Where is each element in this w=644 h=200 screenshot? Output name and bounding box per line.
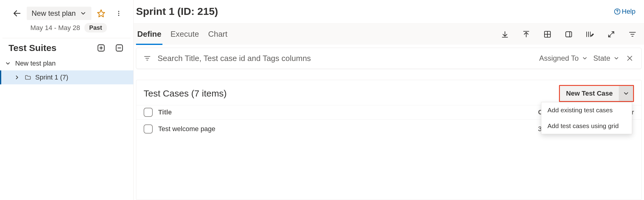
date-range: May 14 - May 28 (30, 24, 80, 32)
import-button[interactable] (520, 28, 532, 40)
column-options-button[interactable] (584, 28, 596, 40)
more-options-button[interactable] (113, 7, 125, 19)
filter-bar: Assigned To State (136, 48, 642, 69)
arrow-left-icon (12, 9, 22, 18)
panel-right-icon (565, 30, 573, 38)
chevron-down-icon (582, 55, 588, 61)
close-icon (626, 55, 633, 62)
svg-point-4 (118, 15, 119, 16)
page-title: Sprint 1 (ID: 215) (136, 5, 218, 17)
pivot-bar: Define Execute Chart (134, 23, 644, 45)
grid-icon (543, 30, 551, 38)
chevron-down-icon (5, 60, 11, 66)
svg-line-24 (612, 32, 614, 34)
columns-edit-icon (585, 30, 595, 38)
download-icon (501, 30, 509, 38)
folder-icon (25, 74, 31, 81)
new-test-case-button[interactable]: New Test Case (560, 86, 619, 101)
main-content: Sprint 1 (ID: 215) Help Define Execute C… (134, 0, 644, 200)
tab-chart[interactable]: Chart (207, 24, 229, 45)
tree-root-row[interactable]: New test plan (0, 56, 133, 70)
past-badge: Past (84, 23, 107, 32)
chevron-down-icon (623, 90, 629, 97)
chevron-down-icon (613, 55, 619, 61)
row-checkbox[interactable] (144, 124, 153, 134)
collapse-suite-button[interactable] (114, 42, 125, 53)
side-panel-button[interactable] (563, 28, 575, 40)
state-filter[interactable]: State (593, 54, 619, 63)
favorite-button[interactable] (95, 7, 107, 19)
column-title[interactable]: Title (158, 108, 533, 116)
chevron-right-icon (14, 74, 20, 80)
filter-icon (629, 30, 636, 38)
help-icon (614, 8, 621, 15)
help-label: Help (622, 8, 635, 15)
svg-line-25 (608, 35, 611, 37)
assigned-to-filter[interactable]: Assigned To (539, 54, 588, 63)
tree-child-row[interactable]: Sprint 1 (7) (0, 70, 133, 84)
svg-point-2 (118, 11, 119, 12)
help-link[interactable]: Help (614, 8, 635, 15)
test-suites-heading: Test Suites (9, 43, 56, 53)
filter-lines-icon (144, 55, 151, 62)
add-square-icon (97, 44, 105, 52)
new-test-case-dropdown[interactable] (619, 86, 633, 101)
svg-point-11 (617, 12, 618, 13)
close-filter-button[interactable] (625, 53, 635, 63)
filter-toggle-button[interactable] (626, 28, 639, 40)
upload-icon (522, 30, 530, 38)
tab-define[interactable]: Define (136, 24, 162, 45)
grid-view-button[interactable] (541, 28, 554, 40)
search-input[interactable] (157, 53, 534, 63)
test-cases-heading: Test Cases (7 items) (144, 88, 227, 99)
export-button[interactable] (499, 28, 511, 40)
svg-rect-19 (566, 32, 572, 37)
select-all-checkbox[interactable] (144, 108, 153, 117)
sidebar: New test plan May 14 - May 28 Past Test … (0, 0, 134, 200)
collapse-square-icon (115, 44, 124, 52)
new-test-case-menu: Add existing test cases Add test cases u… (541, 102, 632, 134)
tab-execute[interactable]: Execute (169, 24, 200, 45)
tree-root-label: New test plan (15, 59, 56, 67)
row-title: Test welcome page (158, 125, 533, 133)
svg-marker-1 (98, 10, 105, 17)
expand-icon (607, 30, 615, 38)
fullscreen-button[interactable] (605, 28, 617, 40)
add-suite-button[interactable] (96, 42, 107, 53)
menu-add-existing[interactable]: Add existing test cases (541, 102, 632, 118)
chevron-down-icon (80, 10, 87, 17)
svg-point-3 (118, 13, 119, 14)
menu-add-using-grid[interactable]: Add test cases using grid (541, 118, 632, 134)
test-plan-label: New test plan (32, 9, 76, 18)
back-button[interactable] (11, 7, 23, 19)
star-icon (97, 9, 105, 18)
test-plan-dropdown[interactable]: New test plan (27, 7, 91, 20)
tree-child-label: Sprint 1 (7) (35, 73, 68, 81)
suite-tree: New test plan Sprint 1 (7) (0, 55, 133, 86)
more-vertical-icon (115, 10, 122, 17)
test-case-panel: Test Cases (7 items) New Test Case Add e… (136, 80, 642, 200)
